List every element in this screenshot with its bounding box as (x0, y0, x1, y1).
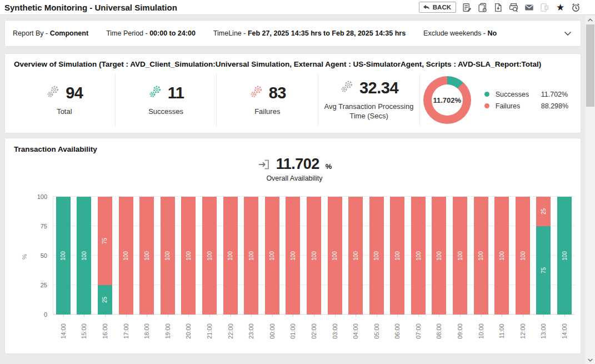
bar-slot: 100 (53, 197, 74, 315)
x-tick-label: 16:00 (102, 323, 108, 339)
favorite-star-icon[interactable]: ★ (556, 3, 565, 12)
x-tick (543, 315, 544, 317)
y-tick-label: 25 (31, 282, 47, 288)
availability-bar-chart: % 02550751001001002575100100100100100100… (53, 197, 575, 315)
x-slot: 23:00 (241, 315, 262, 345)
bar-segment-failures: 25 (536, 197, 551, 226)
bar-segment-successes: 75 (536, 226, 551, 315)
x-tick (293, 315, 293, 317)
y-tick-label: 50 (31, 252, 47, 259)
bar-segment-failures: 100 (516, 197, 530, 315)
x-tick (126, 315, 127, 317)
bar: 100 (223, 197, 238, 315)
x-slot: 10:00 (471, 315, 492, 345)
pdf-attach-icon[interactable] (478, 3, 487, 12)
transaction-availability-section: Transaction Availability 11.702 % Overal… (4, 138, 581, 354)
x-tick (397, 315, 398, 317)
bar-slot: 100 (199, 197, 220, 315)
back-arrow-icon (423, 4, 430, 11)
report-edit-icon[interactable] (462, 3, 472, 12)
stat-top: 32.34 (339, 79, 398, 97)
overall-availability: 11.702 % Overall Availability (14, 156, 575, 182)
bar-slot: 100 (471, 197, 492, 315)
bar-slot: 100 (324, 197, 346, 315)
scrollbar-thumb[interactable] (586, 24, 594, 107)
x-tick (502, 315, 502, 317)
stat-card: 11Successes (116, 74, 217, 126)
stat-card: 94Total (14, 74, 116, 126)
bar: 100 (77, 197, 91, 315)
x-tick (523, 315, 523, 317)
scrollbar-up-button[interactable] (586, 16, 595, 24)
x-slot: 15:00 (74, 315, 95, 345)
print-preview-icon[interactable] (509, 3, 518, 12)
x-slot: 05:00 (366, 315, 387, 345)
stat-top: 94 (46, 84, 83, 102)
x-slot: 09:00 (449, 315, 471, 345)
x-tick-label: 17:00 (123, 323, 129, 339)
bar: 100 (244, 197, 258, 315)
bar-segment-successes: 100 (557, 197, 572, 315)
x-tick (84, 315, 84, 317)
bar-slot: 100 (241, 197, 262, 315)
legend-label: Failures (496, 102, 541, 110)
y-tick-label: 100 (31, 193, 47, 200)
x-tick-label: 23:00 (248, 323, 254, 339)
bar-segment-failures: 100 (453, 197, 467, 315)
bar: 7525 (536, 197, 551, 315)
x-slot: 14:00 (53, 315, 74, 345)
x-tick (209, 315, 210, 317)
bar-segment-successes: 100 (56, 197, 71, 315)
stat-value: 32.34 (359, 79, 398, 97)
x-tick-label: 09:00 (457, 323, 463, 339)
back-button[interactable]: BACK (419, 2, 456, 13)
bar: 100 (390, 197, 404, 315)
y-tick-label: 0 (31, 311, 47, 318)
schedule-icon[interactable] (571, 3, 581, 12)
bar: 100 (286, 197, 300, 315)
x-slot: 17:00 (116, 315, 137, 345)
x-slot: 11:00 (491, 315, 512, 345)
x-tick (272, 315, 273, 317)
excel-export-icon[interactable] (540, 3, 549, 12)
bar: 100 (348, 197, 363, 315)
stat-label: Avg Transaction Processing Time (Secs) (322, 102, 416, 121)
bar-segment-failures: 100 (119, 197, 133, 315)
gears-icon (249, 84, 264, 102)
bar: 100 (119, 197, 133, 315)
x-tick (356, 315, 356, 317)
pdf-download-icon[interactable] (493, 3, 503, 12)
x-tick-label: 12:00 (519, 323, 526, 339)
bar-segment-failures: 100 (328, 197, 342, 315)
bar: 100 (328, 197, 342, 315)
x-tick-label: 10:00 (478, 323, 484, 339)
bar-slot: 100 (220, 197, 241, 315)
x-tick-label: 02:00 (311, 323, 317, 339)
availability-donut-chart: 11.702% (423, 76, 471, 124)
x-tick (251, 315, 252, 317)
bar-slot: 100 (345, 197, 366, 315)
bar: 100 (411, 197, 426, 315)
x-tick-label: 21:00 (206, 323, 213, 339)
x-tick-label: 11:00 (498, 324, 505, 339)
x-slot: 21:00 (199, 315, 220, 345)
x-slot: 16:00 (94, 315, 116, 345)
stat-label: Successes (148, 107, 183, 117)
bar-segment-failures: 100 (161, 197, 175, 315)
legend-value: 11.702% (541, 91, 568, 98)
scrollbar-down-button[interactable] (586, 356, 595, 364)
x-tick-label: 14:00 (60, 323, 67, 339)
x-slot: 01:00 (283, 315, 304, 345)
donut-center-label: 11.702% (423, 76, 471, 124)
x-slot: 04:00 (345, 315, 366, 345)
x-tick (63, 315, 64, 317)
bar-segment-failures: 100 (369, 197, 384, 315)
enter-arrow-icon (257, 158, 271, 171)
availability-title: Transaction Availability (14, 145, 575, 153)
chevron-down-icon[interactable] (564, 31, 572, 36)
bar-slot: 100 (449, 197, 471, 315)
x-axis: 14:0015:0016:0017:0018:0019:0020:0021:00… (53, 315, 575, 345)
email-icon[interactable] (524, 3, 534, 12)
main-content: Report By - ComponentTime Period - 00:00… (0, 16, 586, 364)
legend-label: Successes (496, 91, 541, 98)
